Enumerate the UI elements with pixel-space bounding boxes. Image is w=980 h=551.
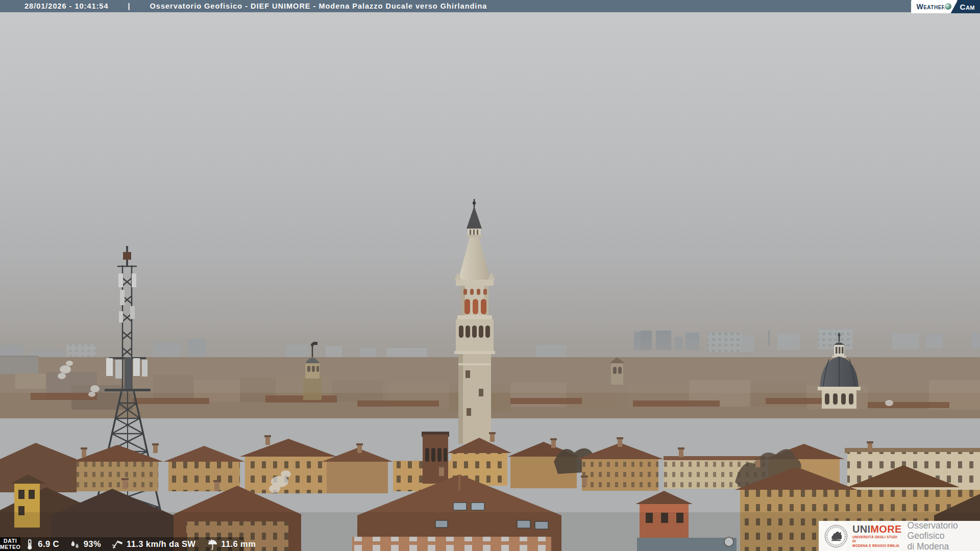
observatory-name: Osservatorio Geofisico di Modena	[908, 520, 980, 551]
unimore-uni: UNI	[852, 523, 870, 535]
unimore-seal-icon	[824, 524, 848, 548]
sky	[0, 0, 980, 357]
weather-data-bar: DATI METEO 6.9 C 93% 11	[0, 537, 244, 551]
thermometer-icon	[24, 539, 35, 550]
rooftop-loggia	[422, 432, 449, 484]
unimore-subtitle-line2: MODENA E REGGIO EMILIA	[852, 544, 902, 548]
unimore-logo-panel[interactable]: UNIMORE UNIVERSITÀ DEGLI STUDI DI MODENA…	[819, 521, 980, 551]
header-bar: 28/01/2026 - 10:41:54 | Osservatorio Geo…	[0, 0, 980, 12]
page-title: Osservatorio Geofisico - DIEF UNIMORE - …	[150, 2, 487, 10]
rain-reading: 11.6 mm	[207, 539, 256, 550]
wind-reading: 11.3 km/h da SW	[111, 539, 195, 550]
temperature-reading: 6.9 C	[24, 539, 59, 550]
unimore-subtitle-line1: UNIVERSITÀ DEGLI STUDI DI	[852, 535, 902, 543]
unimore-wordmark: UNIMORE UNIVERSITÀ DEGLI STUDI DI MODENA…	[852, 524, 902, 548]
humidity-reading: 93%	[69, 539, 101, 550]
weathercam-logo[interactable]: Weather Cam	[911, 0, 980, 13]
windsock-icon	[111, 539, 124, 550]
unimore-more: MORE	[870, 523, 901, 535]
webcam-page: 28/01/2026 - 10:41:54 | Osservatorio Geo…	[0, 0, 980, 551]
datetime-label: 28/01/2026 - 10:41:54	[24, 2, 109, 10]
header-separator: |	[128, 2, 131, 10]
rain-umbrella-icon	[207, 539, 218, 550]
humidity-drops-icon	[69, 539, 81, 550]
dati-meteo-label: DATI METEO	[0, 537, 20, 551]
webcam-photo	[0, 0, 980, 551]
